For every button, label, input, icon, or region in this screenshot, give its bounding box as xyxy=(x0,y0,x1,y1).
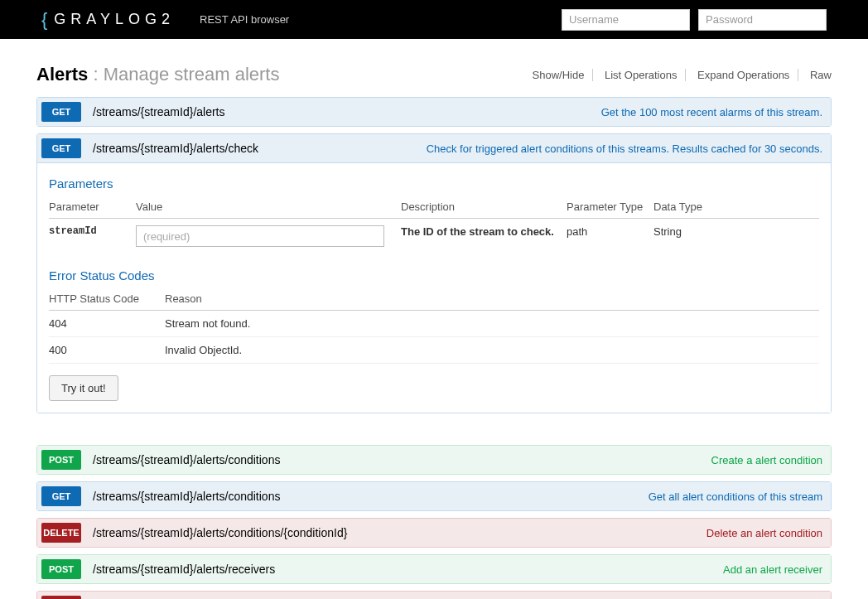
errors-title: Error Status Codes xyxy=(49,268,819,283)
page-title: Alerts : Manage stream alerts xyxy=(36,64,279,85)
param-type: path xyxy=(567,219,653,254)
operation-desc: Delete an alert condition xyxy=(706,527,822,539)
operation-post-conditions: POST /streams/{streamId}/alerts/conditio… xyxy=(36,445,832,475)
operation-desc: Get all alert conditions of this stream xyxy=(649,490,822,503)
logo-brace-icon: { xyxy=(41,9,47,31)
username-input[interactable] xyxy=(562,9,690,31)
topbar: { GRAYLOG2 REST API browser xyxy=(0,0,868,39)
try-it-out-button[interactable]: Try it out! xyxy=(49,375,118,401)
title-light: Manage stream alerts xyxy=(104,64,280,85)
parameters-table: Parameter Value Description Parameter Ty… xyxy=(49,197,819,254)
operation-path: /streams/{streamId}/alerts/conditions xyxy=(93,490,649,503)
operation-header[interactable]: DELETE /streams/{streamId}/alerts/receiv… xyxy=(37,592,831,599)
operation-delete-condition: DELETE /streams/{streamId}/alerts/condit… xyxy=(36,518,832,548)
operation-path: /streams/{streamId}/alerts/conditions xyxy=(93,453,711,466)
operation-get-alerts: GET /streams/{streamId}/alerts Get the 1… xyxy=(36,97,832,127)
operation-desc: Add an alert receiver xyxy=(723,563,822,576)
error-row: 404 Stream not found. xyxy=(49,311,819,337)
param-desc: The ID of the stream to check. xyxy=(401,219,567,254)
error-code: 404 xyxy=(49,311,165,337)
auth-inputs xyxy=(562,9,827,31)
operation-header[interactable]: POST /streams/{streamId}/alerts/conditio… xyxy=(37,446,831,474)
operation-header[interactable]: POST /streams/{streamId}/alerts/receiver… xyxy=(37,555,831,583)
password-input[interactable] xyxy=(698,9,827,31)
operation-header[interactable]: DELETE /streams/{streamId}/alerts/condit… xyxy=(37,519,831,547)
list-operations-link[interactable]: List Operations xyxy=(596,69,686,81)
method-badge: DELETE xyxy=(41,523,81,543)
operation-desc: Check for triggered alert conditions of … xyxy=(427,143,822,155)
th-status-code: HTTP Status Code xyxy=(49,289,165,311)
error-row: 400 Invalid ObjectId. xyxy=(49,337,819,364)
operation-get-conditions: GET /streams/{streamId}/alerts/condition… xyxy=(36,481,832,511)
th-value: Value xyxy=(136,197,401,219)
operation-get-alerts-check: GET /streams/{streamId}/alerts/check Che… xyxy=(36,133,832,413)
parameters-title: Parameters xyxy=(49,176,819,191)
title-bold: Alerts xyxy=(36,64,88,85)
error-reason: Stream not found. xyxy=(165,311,819,337)
main-container: Alerts : Manage stream alerts Show/Hide … xyxy=(36,39,832,599)
th-param-type: Parameter Type xyxy=(567,197,653,219)
method-badge: DELETE xyxy=(41,596,81,599)
errors-table: HTTP Status Code Reason 404 Stream not f… xyxy=(49,289,819,364)
title-sep: : xyxy=(88,64,103,85)
param-row: streamId The ID of the stream to check. … xyxy=(49,219,819,254)
param-name: streamId xyxy=(49,219,136,254)
operation-body: Parameters Parameter Value Description P… xyxy=(37,162,831,413)
operation-path: /streams/{streamId}/alerts/receivers xyxy=(93,563,723,576)
th-data-type: Data Type xyxy=(653,197,819,219)
operation-header[interactable]: GET /streams/{streamId}/alerts/condition… xyxy=(37,482,831,510)
operation-desc: Get the 100 most recent alarms of this s… xyxy=(601,106,822,118)
method-badge: GET xyxy=(41,138,81,158)
logo-text: GRAYLOG2 xyxy=(54,11,175,28)
topbar-left: { GRAYLOG2 REST API browser xyxy=(41,9,289,31)
param-value-input[interactable] xyxy=(136,225,384,247)
show-hide-link[interactable]: Show/Hide xyxy=(524,69,594,81)
th-parameter: Parameter xyxy=(49,197,136,219)
error-reason: Invalid ObjectId. xyxy=(165,337,819,364)
operation-path: /streams/{streamId}/alerts/conditions/{c… xyxy=(93,526,706,539)
app-subtitle: REST API browser xyxy=(200,13,289,26)
header-links: Show/Hide List Operations Expand Operati… xyxy=(524,69,832,81)
operation-path: /streams/{streamId}/alerts/check xyxy=(93,142,427,155)
method-badge: POST xyxy=(41,450,81,470)
raw-link[interactable]: Raw xyxy=(802,69,832,81)
logo: { GRAYLOG2 xyxy=(41,9,175,31)
method-badge: POST xyxy=(41,559,81,579)
operation-header[interactable]: GET /streams/{streamId}/alerts Get the 1… xyxy=(37,98,831,126)
operation-desc: Create a alert condition xyxy=(711,454,822,466)
header-row: Alerts : Manage stream alerts Show/Hide … xyxy=(36,64,832,85)
method-badge: GET xyxy=(41,486,81,506)
method-badge: GET xyxy=(41,102,81,122)
expand-operations-link[interactable]: Expand Operations xyxy=(689,69,798,81)
error-code: 400 xyxy=(49,337,165,364)
th-description: Description xyxy=(401,197,567,219)
param-datatype: String xyxy=(653,219,819,254)
operation-delete-receivers: DELETE /streams/{streamId}/alerts/receiv… xyxy=(36,591,832,599)
errors-section: Error Status Codes HTTP Status Code Reas… xyxy=(49,268,819,364)
operation-path: /streams/{streamId}/alerts xyxy=(93,105,601,118)
operation-post-receivers: POST /streams/{streamId}/alerts/receiver… xyxy=(36,554,832,584)
th-reason: Reason xyxy=(165,289,819,311)
operation-header[interactable]: GET /streams/{streamId}/alerts/check Che… xyxy=(37,134,831,162)
